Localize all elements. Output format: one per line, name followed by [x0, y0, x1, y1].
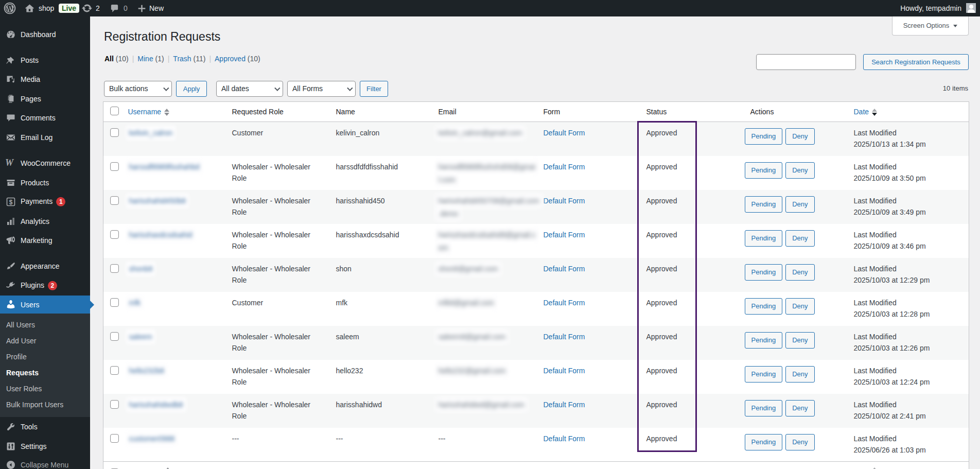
- svg-text:W: W: [6, 158, 14, 167]
- svg-text:$: $: [9, 199, 13, 206]
